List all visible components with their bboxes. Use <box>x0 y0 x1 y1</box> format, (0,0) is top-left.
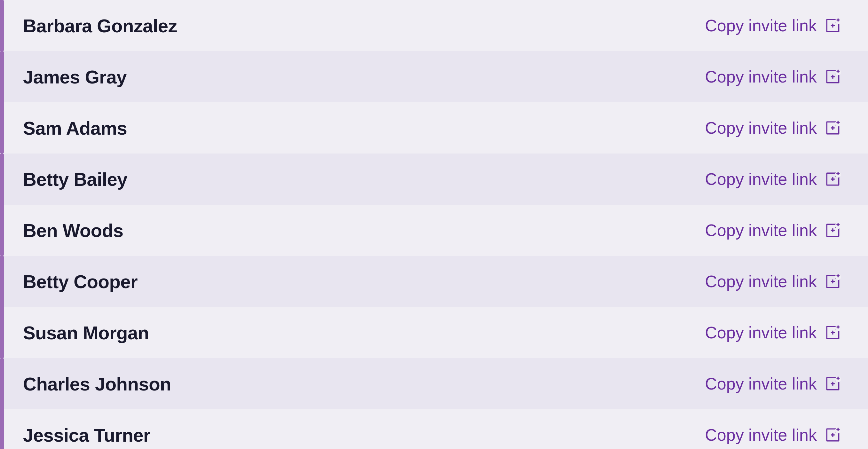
copy-invite-link-button[interactable]: Copy invite link <box>699 115 849 141</box>
person-name: Betty Bailey <box>23 168 699 190</box>
group-indicator <box>0 51 4 102</box>
copy-invite-link-label: Copy invite link <box>705 323 817 342</box>
list-item: Charles Johnson Copy invite link <box>0 358 868 409</box>
person-name: James Gray <box>23 66 699 88</box>
group-indicator <box>0 205 4 256</box>
copy-invite-link-button[interactable]: Copy invite link <box>699 64 849 90</box>
copy-invite-link-button[interactable]: Copy invite link <box>699 218 849 243</box>
copy-link-icon <box>823 118 842 137</box>
copy-link-icon <box>823 169 842 189</box>
list-item: Betty Cooper Copy invite link <box>0 256 868 307</box>
group-indicator <box>0 0 4 51</box>
copy-invite-link-label: Copy invite link <box>705 67 817 86</box>
copy-link-icon <box>823 272 842 291</box>
copy-invite-link-label: Copy invite link <box>705 425 817 445</box>
group-indicator <box>0 358 4 409</box>
person-name: Barbara Gonzalez <box>23 15 699 36</box>
copy-invite-link-button[interactable]: Copy invite link <box>699 422 849 448</box>
copy-invite-link-label: Copy invite link <box>705 374 817 393</box>
group-indicator <box>0 154 4 205</box>
group-indicator <box>0 102 4 154</box>
list-item: Jessica Turner Copy invite link <box>0 409 868 449</box>
copy-link-icon <box>823 425 842 445</box>
copy-invite-link-button[interactable]: Copy invite link <box>699 371 849 396</box>
person-name: Jessica Turner <box>23 424 699 446</box>
copy-invite-link-button[interactable]: Copy invite link <box>699 13 849 38</box>
copy-link-icon <box>823 374 842 393</box>
copy-invite-link-label: Copy invite link <box>705 118 817 137</box>
group-indicator <box>0 256 4 307</box>
list-item: Ben Woods Copy invite link <box>0 205 868 256</box>
invite-list: Barbara Gonzalez Copy invite link James … <box>0 0 868 449</box>
copy-link-icon <box>823 323 842 342</box>
person-name: Charles Johnson <box>23 373 699 395</box>
copy-link-icon <box>823 16 842 35</box>
group-indicator <box>0 409 4 449</box>
copy-link-icon <box>823 221 842 240</box>
list-item: Sam Adams Copy invite link <box>0 102 868 154</box>
copy-invite-link-button[interactable]: Copy invite link <box>699 269 849 294</box>
list-item: James Gray Copy invite link <box>0 51 868 102</box>
person-name: Betty Cooper <box>23 271 699 292</box>
person-name: Susan Morgan <box>23 322 699 344</box>
copy-link-icon <box>823 67 842 86</box>
person-name: Sam Adams <box>23 117 699 139</box>
list-item: Barbara Gonzalez Copy invite link <box>0 0 868 51</box>
list-item: Susan Morgan Copy invite link <box>0 307 868 358</box>
copy-invite-link-label: Copy invite link <box>705 272 817 291</box>
copy-invite-link-button[interactable]: Copy invite link <box>699 166 849 192</box>
person-name: Ben Woods <box>23 220 699 241</box>
list-item: Betty Bailey Copy invite link <box>0 154 868 205</box>
copy-invite-link-button[interactable]: Copy invite link <box>699 320 849 345</box>
copy-invite-link-label: Copy invite link <box>705 221 817 240</box>
copy-invite-link-label: Copy invite link <box>705 169 817 189</box>
copy-invite-link-label: Copy invite link <box>705 16 817 35</box>
group-indicator <box>0 307 4 358</box>
